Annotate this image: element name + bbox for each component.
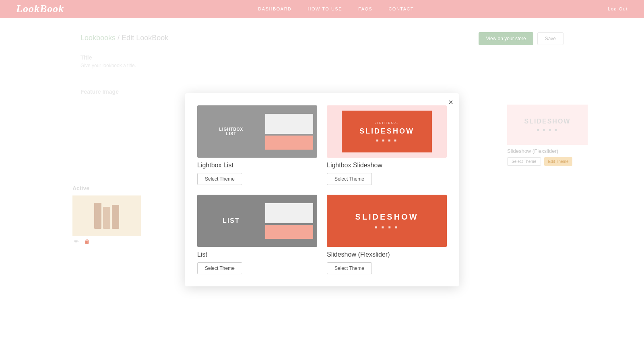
theme-card-lightbox-slideshow: LIGHTBOX. SLIDESHOW ■ ■ ■ ■ Lightbox Sli… <box>327 105 447 185</box>
modal-close-button[interactable]: × <box>448 98 453 106</box>
select-theme-lightbox-slideshow[interactable]: Select Theme <box>327 173 372 185</box>
select-theme-slideshow[interactable]: Select Theme <box>327 262 372 274</box>
lightbox-list-title-text: LIGHTBOXLIST <box>219 127 244 136</box>
list-right-col <box>265 203 313 239</box>
select-theme-list[interactable]: Select Theme <box>197 262 242 274</box>
lightbox-list-white-box <box>265 114 313 134</box>
theme-grid: LIGHTBOXLIST Lightbox List Select Theme <box>197 105 447 274</box>
list-visual: LIST <box>197 195 317 247</box>
theme-card-slideshow: SLIDESHOW ■ ■ ■ ■ Slideshow (Flexslider)… <box>327 195 447 274</box>
logout-button[interactable]: Log Out <box>608 6 628 11</box>
list-left-col: LIST <box>201 217 261 224</box>
theme-selection-modal: × LIGHTBOXLIST Lightbox List <box>185 93 459 286</box>
list-text: LIST <box>223 217 240 224</box>
modal-overlay: × LIGHTBOXLIST Lightbox List <box>0 18 644 362</box>
nav-faqs[interactable]: FAQS <box>358 6 372 11</box>
lightbox-slideshow-dots: ■ ■ ■ ■ <box>376 138 398 142</box>
list-pink-box <box>265 225 313 239</box>
lightbox-slideshow-title: SLIDESHOW <box>359 127 414 136</box>
app-logo: LookBook <box>16 3 64 15</box>
theme-preview-list: LIST <box>197 195 317 247</box>
slideshow-dots: ■ ■ ■ ■ <box>375 225 399 229</box>
lightbox-slideshow-inner: LIGHTBOX. SLIDESHOW ■ ■ ■ ■ <box>342 111 432 152</box>
theme-name-lightbox-slideshow: Lightbox Slideshow <box>327 162 447 169</box>
nav-links: DASHBOARD HOW TO USE FAQS CONTACT <box>258 6 414 11</box>
lightbox-list-pink-box <box>265 136 313 150</box>
slideshow-visual: SLIDESHOW ■ ■ ■ ■ <box>327 195 447 247</box>
list-white-box <box>265 203 313 223</box>
theme-preview-lightbox-slideshow: LIGHTBOX. SLIDESHOW ■ ■ ■ ■ <box>327 105 447 158</box>
theme-name-lightbox-list: Lightbox List <box>197 162 317 169</box>
lightbox-slideshow-visual: LIGHTBOX. SLIDESHOW ■ ■ ■ ■ <box>327 105 447 158</box>
select-theme-lightbox-list[interactable]: Select Theme <box>197 173 242 185</box>
theme-preview-lightbox-list: LIGHTBOXLIST <box>197 105 317 158</box>
theme-card-lightbox-list: LIGHTBOXLIST Lightbox List Select Theme <box>197 105 317 185</box>
theme-name-list: List <box>197 251 317 258</box>
slideshow-title: SLIDESHOW <box>355 212 418 222</box>
nav-how-to-use[interactable]: HOW TO USE <box>308 6 343 11</box>
lightbox-list-left-col: LIGHTBOXLIST <box>201 127 261 136</box>
lightbox-slideshow-sub: LIGHTBOX. <box>375 121 399 125</box>
theme-name-slideshow: Slideshow (Flexslider) <box>327 251 447 258</box>
lightbox-list-right-col <box>265 114 313 150</box>
theme-card-list: LIST List Select Theme <box>197 195 317 274</box>
top-navigation: LookBook DASHBOARD HOW TO USE FAQS CONTA… <box>0 0 644 18</box>
theme-preview-slideshow: SLIDESHOW ■ ■ ■ ■ <box>327 195 447 247</box>
lightbox-list-visual: LIGHTBOXLIST <box>197 105 317 158</box>
nav-contact[interactable]: CONTACT <box>388 6 414 11</box>
nav-dashboard[interactable]: DASHBOARD <box>258 6 291 11</box>
